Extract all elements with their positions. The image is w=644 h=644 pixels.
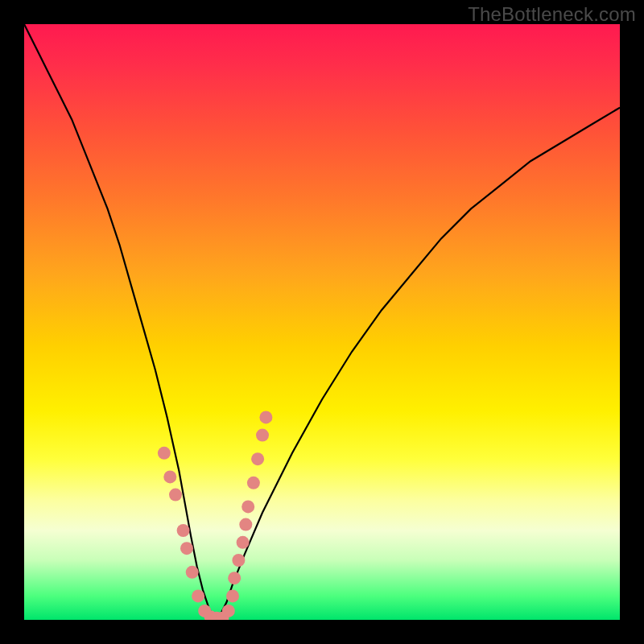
- curve-marker: [163, 470, 176, 483]
- curve-marker: [237, 536, 250, 549]
- curve-marker: [158, 447, 171, 460]
- curve-marker: [242, 500, 254, 513]
- curve-marker: [180, 542, 193, 555]
- curve-marker: [256, 429, 269, 442]
- curve-marker: [192, 589, 204, 602]
- curve-marker: [232, 554, 245, 567]
- curve-marker: [169, 489, 182, 502]
- plot-area: [24, 24, 620, 620]
- curve-marker: [222, 605, 235, 617]
- curve-marker: [259, 411, 272, 423]
- curve-marker: [247, 477, 260, 489]
- curve-marker: [228, 572, 241, 584]
- curve-marker: [186, 566, 199, 579]
- chart-frame: TheBottleneck.com: [0, 0, 644, 644]
- watermark-text: TheBottleneck.com: [468, 3, 636, 26]
- curve-marker: [177, 524, 190, 537]
- curve-marker: [226, 589, 239, 602]
- curve-marker: [239, 518, 252, 531]
- bottleneck-curve: [24, 24, 620, 620]
- curve-marker: [251, 452, 264, 465]
- curve-layer: [24, 24, 620, 620]
- curve-markers: [158, 411, 273, 620]
